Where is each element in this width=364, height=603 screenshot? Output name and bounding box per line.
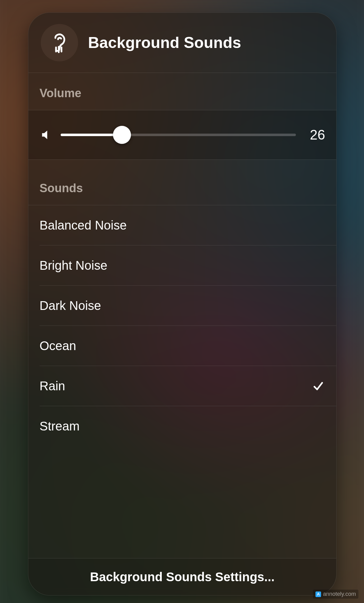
volume-slider[interactable]: [61, 126, 296, 144]
sound-option-label: Rain: [40, 379, 65, 393]
watermark-text: annotely.com: [323, 591, 356, 597]
annotely-watermark: A annotely.com: [313, 590, 358, 599]
checkmark-icon: [311, 218, 325, 232]
hearing-icon: [41, 24, 78, 61]
background-sounds-panel: Background Sounds Volume 26 Sounds Balan…: [28, 12, 337, 596]
sound-option[interactable]: Bright Noise: [28, 245, 336, 285]
sound-option[interactable]: Rain: [28, 366, 336, 406]
checkmark-icon: [311, 299, 325, 312]
sound-option-label: Bright Noise: [40, 259, 107, 273]
annotely-badge-icon: A: [315, 591, 321, 597]
sound-option-label: Ocean: [40, 339, 76, 353]
checkmark-icon: [311, 379, 325, 393]
settings-button-label: Background Sounds Settings...: [90, 570, 274, 584]
volume-value: 26: [303, 127, 325, 143]
panel-title: Background Sounds: [88, 34, 241, 52]
checkmark-icon: [311, 339, 325, 353]
sound-option[interactable]: Stream: [28, 406, 336, 446]
sounds-list: Balanced NoiseBright NoiseDark NoiseOcea…: [28, 205, 336, 446]
sound-option[interactable]: Balanced Noise: [28, 205, 336, 245]
volume-section-label: Volume: [28, 73, 336, 110]
sound-option-label: Stream: [40, 419, 80, 433]
slider-thumb[interactable]: [113, 126, 131, 144]
volume-row: 26: [28, 110, 336, 159]
panel-header: Background Sounds: [28, 13, 336, 73]
sound-option-label: Dark Noise: [40, 299, 101, 313]
sound-option[interactable]: Ocean: [28, 326, 336, 366]
checkmark-icon: [311, 419, 325, 433]
sound-option-label: Balanced Noise: [40, 218, 127, 232]
background-sounds-settings-button[interactable]: Background Sounds Settings...: [28, 558, 336, 595]
checkmark-icon: [311, 259, 325, 272]
sounds-section-label: Sounds: [28, 160, 336, 205]
sound-option[interactable]: Dark Noise: [28, 286, 336, 325]
volume-low-icon: [40, 128, 53, 142]
